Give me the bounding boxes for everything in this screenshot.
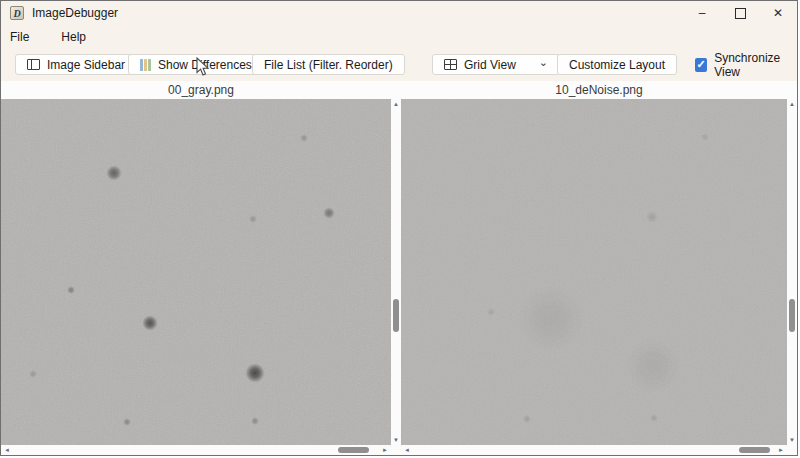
image-blob [519,287,583,351]
image-blob [106,165,122,181]
window-title: ImageDebugger [32,6,118,20]
image-blob [29,370,37,378]
menu-help[interactable]: Help [52,27,95,47]
differences-icon-stripe [144,59,147,71]
vertical-scrollbar-right[interactable]: ▲ ▼ [787,99,797,445]
menubar: File Help [1,25,797,48]
differences-icon [140,59,151,71]
image-blob [323,207,335,219]
scroll-left-icon[interactable]: ◄ [4,447,10,453]
scrollbar-corner [391,445,401,455]
scroll-right-icon[interactable]: ► [382,447,388,453]
horizontal-scrollbar-left[interactable]: ◄ ► [1,445,391,455]
image-sidebar-button[interactable]: Image Sidebar [15,54,137,75]
image-filename: 00_gray.png [168,83,234,97]
scroll-left-icon[interactable]: ◄ [404,447,410,453]
image-grid: 00_gray.png ▲ ▼ ◄ [1,81,797,455]
scroll-up-icon[interactable]: ▲ [789,101,795,107]
vertical-scrollbar-left[interactable]: ▲ ▼ [391,99,401,445]
image-blob [627,340,679,392]
menu-file[interactable]: File [1,27,38,47]
image-panel-right: 10_deNoise.png ▲ ▼ ◄ [401,81,797,455]
scroll-down-icon[interactable]: ▼ [393,437,399,443]
differences-icon-stripe [140,59,143,71]
maximize-button[interactable] [721,1,759,25]
maximize-icon [735,8,746,19]
differences-icon-stripe [148,59,151,71]
toolbar: Image Sidebar Show Differences File List… [1,48,797,81]
image-blob [251,417,259,425]
image-blob [487,308,495,316]
titlebar: D ImageDebugger – ✕ [1,1,797,25]
image-blob [67,286,75,294]
image-viewport-right[interactable] [401,99,787,445]
grid-view-dropdown[interactable]: Grid View ⌄ [432,54,560,75]
vertical-scroll-thumb[interactable] [789,299,795,332]
image-spots-layer [1,99,391,445]
sidebar-layout-icon [27,59,40,70]
customize-layout-button[interactable]: Customize Layout [557,54,677,75]
grid-icon [444,59,457,70]
chevron-down-icon: ⌄ [539,56,548,69]
panel-header-left: 00_gray.png [1,81,401,99]
grid-view-label: Grid View [464,58,516,72]
minimize-icon: – [699,6,706,20]
show-differences-button[interactable]: Show Differences [128,54,264,75]
horizontal-scroll-thumb[interactable] [739,447,770,453]
image-blob [245,363,265,383]
image-blob [142,315,158,331]
image-viewport-left[interactable] [1,99,391,445]
scroll-down-icon[interactable]: ▼ [789,437,795,443]
app-icon: D [10,6,24,20]
panel-header-right: 10_deNoise.png [401,81,797,99]
customize-layout-label: Customize Layout [569,58,665,72]
vertical-scroll-thumb[interactable] [393,299,399,332]
app-window: D ImageDebugger – ✕ File Help Image Side… [0,0,798,456]
close-icon: ✕ [773,6,783,20]
image-blob [300,134,308,142]
image-blob [249,215,257,223]
image-blob [701,133,709,141]
show-differences-label: Show Differences [158,58,252,72]
file-list-label: File List (Filter. Reorder) [264,58,393,72]
synchronize-view-toggle[interactable]: ✓ Synchronize View [695,54,797,75]
scroll-up-icon[interactable]: ▲ [393,101,399,107]
image-blob [650,414,658,422]
image-sidebar-label: Image Sidebar [47,58,125,72]
close-button[interactable]: ✕ [759,1,797,25]
scroll-right-icon[interactable]: ► [778,447,784,453]
synchronize-view-label: Synchronize View [714,51,797,79]
scrollbar-corner [787,445,797,455]
image-panel-left: 00_gray.png ▲ ▼ ◄ [1,81,401,455]
minimize-button[interactable]: – [683,1,721,25]
synchronize-checkbox[interactable]: ✓ [695,58,707,72]
check-icon: ✓ [696,58,705,71]
image-filename: 10_deNoise.png [555,83,642,97]
horizontal-scroll-thumb[interactable] [338,447,369,453]
file-list-button[interactable]: File List (Filter. Reorder) [252,54,405,75]
window-controls: – ✕ [683,1,797,25]
horizontal-scrollbar-right[interactable]: ◄ ► [401,445,787,455]
image-blob [523,415,531,423]
image-spots-layer [401,99,787,445]
image-blob [123,418,131,426]
image-blob [646,211,658,223]
